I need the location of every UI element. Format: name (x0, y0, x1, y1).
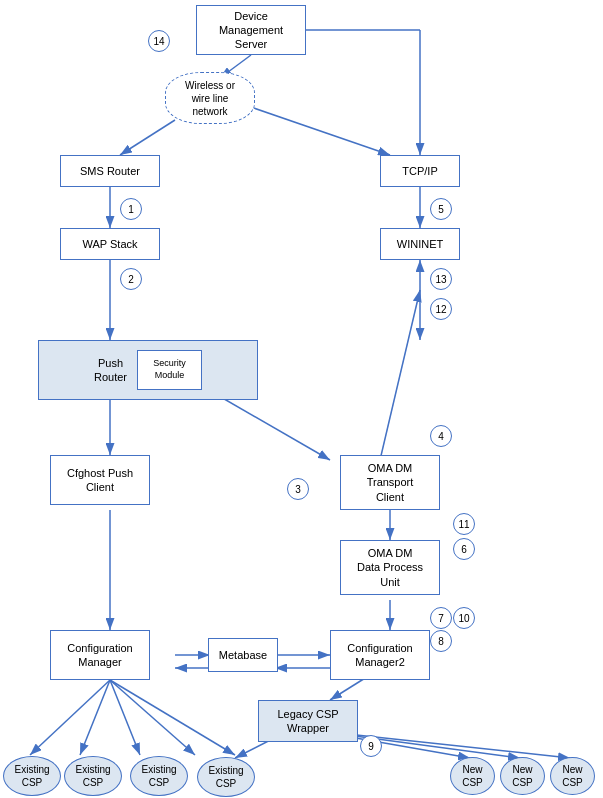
circle-9: 9 (360, 735, 382, 757)
circle-7: 7 (430, 607, 452, 629)
circle-11: 11 (453, 513, 475, 535)
wininet: WININET (380, 228, 460, 260)
circle-3: 3 (287, 478, 309, 500)
circle-12: 12 (430, 298, 452, 320)
config-manager2: Configuration Manager2 (330, 630, 430, 680)
circle-1: 1 (120, 198, 142, 220)
circle-5: 5 (430, 198, 452, 220)
cfghost-push-client: Cfghost Push Client (50, 455, 150, 505)
existing-csp-1: Existing CSP (3, 756, 61, 796)
svg-line-25 (30, 680, 110, 755)
circle-2: 2 (120, 268, 142, 290)
svg-line-29 (110, 680, 235, 755)
circle-10: 10 (453, 607, 475, 629)
wap-stack: WAP Stack (60, 228, 160, 260)
oma-transport-client: OMA DM Transport Client (340, 455, 440, 510)
push-router-box: Push Router Security Module (38, 340, 258, 400)
sms-router: SMS Router (60, 155, 160, 187)
oma-data-process: OMA DM Data Process Unit (340, 540, 440, 595)
circle-13: 13 (430, 268, 452, 290)
wireless-network: Wireless or wire line network (165, 72, 255, 124)
svg-line-13 (380, 290, 420, 460)
circle-14: 14 (148, 30, 170, 52)
svg-line-5 (120, 120, 175, 155)
security-module: Security Module (137, 350, 202, 390)
circle-4: 4 (430, 425, 452, 447)
new-csp-1: New CSP (450, 757, 495, 795)
svg-line-28 (110, 680, 195, 755)
device-management-server: Device Management Server (196, 5, 306, 55)
new-csp-2: New CSP (500, 757, 545, 795)
circle-8: 8 (430, 630, 452, 652)
architecture-diagram: Device Management Server 14 Wireless or … (0, 0, 603, 798)
circle-6: 6 (453, 538, 475, 560)
new-csp-3: New CSP (550, 757, 595, 795)
existing-csp-4: Existing CSP (197, 757, 255, 797)
metabase: Metabase (208, 638, 278, 672)
config-manager: Configuration Manager (50, 630, 150, 680)
tcp-ip: TCP/IP (380, 155, 460, 187)
existing-csp-3: Existing CSP (130, 756, 188, 796)
existing-csp-2: Existing CSP (64, 756, 122, 796)
svg-line-27 (110, 680, 140, 755)
svg-line-6 (245, 105, 390, 155)
legacy-csp-wrapper: Legacy CSP Wrapper (258, 700, 358, 742)
svg-line-26 (80, 680, 110, 755)
